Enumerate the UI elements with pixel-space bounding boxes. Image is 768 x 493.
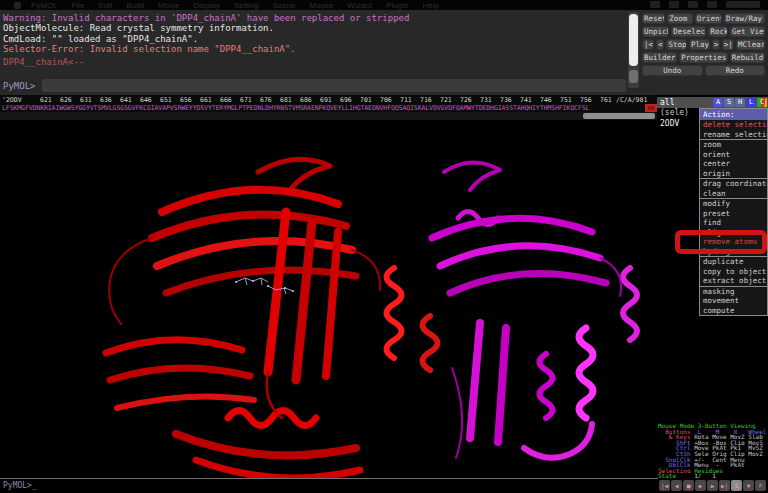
menu-item-copy-to-object[interactable]: copy to object <box>700 267 767 277</box>
item-button[interactable]: < <box>656 39 664 50</box>
playback-bar: |◀◀■▶▶▶|S▼F <box>659 480 766 491</box>
menu-item-drag-coordinates[interactable]: drag coordinates <box>700 179 767 189</box>
menu-item-preset[interactable]: preset <box>700 209 767 219</box>
draw-ray-button[interactable]: Draw/Ray ▾ <box>724 13 765 24</box>
sequence-scrollbar[interactable] <box>0 112 657 120</box>
l-menu-button[interactable]: L <box>746 98 756 107</box>
clock-icon[interactable] <box>726 1 760 8</box>
playbar-button-item[interactable]: ▶| <box>719 480 730 491</box>
playbar-button-item[interactable]: ▶ <box>695 480 706 491</box>
menu-item-masking[interactable]: masking <box>700 287 767 297</box>
a-menu-button[interactable]: A <box>713 98 723 107</box>
menu-item-compute[interactable]: compute <box>700 306 767 316</box>
menu-item-extract-object[interactable]: extract object <box>700 276 767 286</box>
menu-wizard[interactable]: Wizard <box>347 1 372 10</box>
menu-plugin[interactable]: Plugin <box>386 1 408 10</box>
sequence-highlighted-residues[interactable]: HA <box>645 104 657 112</box>
menu-movie[interactable]: Movie <box>158 1 179 10</box>
prompt-label: PyMOL> <box>3 81 36 91</box>
object-label-2odv: 2ODV <box>660 119 679 128</box>
residue-number: 736 <box>500 96 512 104</box>
ligand-sticks <box>235 278 294 294</box>
residue-number: 761 <box>600 96 612 104</box>
command-input[interactable] <box>42 79 626 92</box>
scrollbar-thumb[interactable] <box>629 14 638 66</box>
apple-icon[interactable] <box>14 2 21 9</box>
mclear-button[interactable]: MClear <box>736 39 765 50</box>
residue-number: 621 <box>40 96 52 104</box>
object-row-sele[interactable]: (sele) <box>657 108 689 119</box>
action-menu-header: Action: <box>700 109 767 120</box>
status-icon[interactable] <box>669 1 679 8</box>
console-line: Selector-Error: Invalid selection name "… <box>3 44 623 54</box>
menu-item-duplicate[interactable]: duplicate <box>700 257 767 267</box>
menu-item-find[interactable]: find <box>700 218 767 228</box>
rock-button[interactable]: Rock <box>708 26 728 37</box>
item-button[interactable]: >| <box>722 39 734 50</box>
menu-display[interactable]: Display <box>194 1 220 10</box>
molecule-viewport[interactable] <box>0 120 657 478</box>
c-menu-button[interactable]: C <box>757 98 767 107</box>
residue-number: 651 <box>160 96 172 104</box>
menu-group: zoomorientcenterorigin <box>700 139 767 178</box>
menu-edit[interactable]: Edit <box>99 1 113 10</box>
h-menu-button[interactable]: H <box>735 98 745 107</box>
menu-item-modify[interactable]: modify <box>700 199 767 209</box>
menu-pymol[interactable]: PyMOL <box>31 1 58 10</box>
chevron-down-icon: ▾ <box>687 15 693 22</box>
menu-build[interactable]: Build <box>126 1 144 10</box>
redo-button[interactable]: Redo <box>705 65 766 76</box>
menu-item-orient[interactable]: orient <box>700 150 767 160</box>
get-view-button[interactable]: Get View <box>730 26 765 37</box>
viewport-prompt[interactable]: PyMOL>_ <box>3 481 37 490</box>
menubar: PyMOLFileEditBuildMovieDisplaySettingSce… <box>0 0 768 10</box>
menu-item-rename-selection[interactable]: rename selection <box>700 130 767 140</box>
properties-button[interactable]: Properties <box>679 52 728 63</box>
playbar-button-s[interactable]: S <box>731 480 742 491</box>
playbar-button-f[interactable]: F <box>755 480 766 491</box>
menu-item-center[interactable]: center <box>700 159 767 169</box>
menu-item-remove-atoms[interactable]: remove atoms <box>700 237 767 247</box>
playbar-button-item[interactable]: |◀ <box>659 480 670 491</box>
rebuild-button[interactable]: Rebuild <box>730 52 765 63</box>
menu-scene[interactable]: Scene <box>273 1 296 10</box>
menu-mouse[interactable]: Mouse <box>309 1 333 10</box>
status-icon[interactable] <box>688 1 698 8</box>
play-button[interactable]: Play <box>689 39 710 50</box>
menu-item-delete-selection[interactable]: delete selection <box>700 120 767 130</box>
sequence-scrollbar-thumb[interactable] <box>583 113 655 119</box>
residue-number: 751 <box>560 96 572 104</box>
menu-setting[interactable]: Setting <box>234 1 259 10</box>
orient-button[interactable]: Orient <box>695 13 722 24</box>
item-button[interactable]: > <box>712 39 720 50</box>
battery-icon[interactable] <box>707 1 717 8</box>
sequence-viewer[interactable]: '2ODV 6216266316366416466516566616666716… <box>0 95 657 112</box>
playbar-button-item[interactable]: ◀ <box>671 480 682 491</box>
playbar-button-item[interactable]: ▶ <box>707 480 718 491</box>
status-icon[interactable] <box>650 1 660 8</box>
playbar-button-item[interactable]: ▼ <box>743 480 754 491</box>
object-row-all[interactable]: all ASHLC <box>657 97 768 108</box>
zoom-button[interactable]: Zoom ▾ <box>667 13 693 24</box>
menu-file[interactable]: File <box>72 1 85 10</box>
builder-button[interactable]: Builder <box>642 52 677 63</box>
sequence-residues[interactable]: LFSKMGFVDNKRIAIWGWSYGGYVTSMVLGSGSGVFKCGI… <box>2 104 589 112</box>
reset-button[interactable]: Reset <box>642 13 665 24</box>
menu-item-hydrogens[interactable]: hydrogens <box>700 247 767 257</box>
item-button[interactable]: |< <box>642 39 654 50</box>
magenta-chain-ribbons <box>432 162 637 458</box>
menu-item-clean[interactable]: clean <box>700 189 767 199</box>
menu-item-align[interactable]: align <box>700 228 767 238</box>
menu-item-origin[interactable]: origin <box>700 169 767 179</box>
s-menu-button[interactable]: S <box>724 98 734 107</box>
menu-item-zoom[interactable]: zoom <box>700 140 767 150</box>
unpick-button[interactable]: Unpick <box>642 26 669 37</box>
stop-button[interactable]: Stop <box>666 39 687 50</box>
undo-button[interactable]: Undo <box>642 65 703 76</box>
deselect-button[interactable]: Deselect <box>671 26 706 37</box>
menu-item-movement[interactable]: movement <box>700 296 767 306</box>
object-row-2odv[interactable]: 2ODV <box>657 119 679 130</box>
playbar-button-item[interactable]: ■ <box>683 480 694 491</box>
menu-group: drag coordinatesclean <box>700 178 767 198</box>
menu-help[interactable]: Help <box>422 1 438 10</box>
